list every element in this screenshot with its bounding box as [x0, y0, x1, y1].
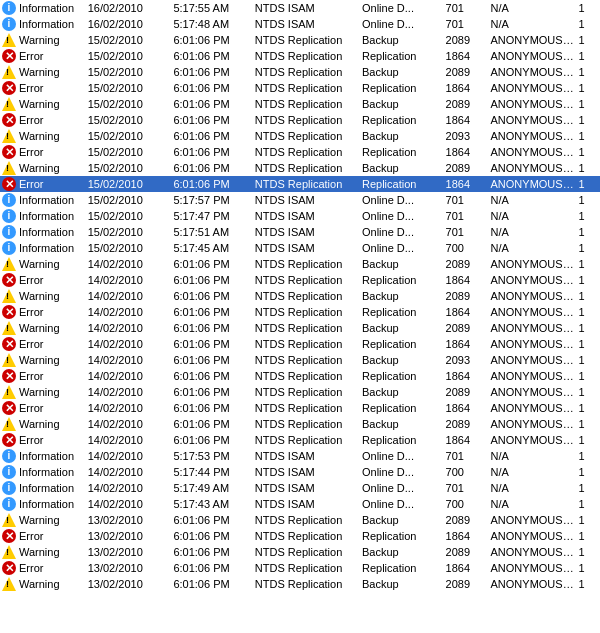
table-row[interactable]: ✕Error14/02/20106:01:06 PMNTDS Replicati…	[0, 400, 600, 416]
user-cell: ANONYMOUS L...	[491, 130, 577, 142]
source-cell: NTDS ISAM	[255, 482, 315, 494]
date-cell: 14/02/2010	[88, 482, 143, 494]
type-label: Warning	[19, 258, 60, 270]
date-cell: 14/02/2010	[88, 370, 143, 382]
table-row[interactable]: ✕Error14/02/20106:01:06 PMNTDS Replicati…	[0, 368, 600, 384]
warning-icon	[2, 545, 16, 559]
event-log-table[interactable]: iInformation16/02/20105:17:55 AMNTDS ISA…	[0, 0, 600, 633]
table-row[interactable]: Warning14/02/20106:01:06 PMNTDS Replicat…	[0, 352, 600, 368]
table-row[interactable]: Warning14/02/20106:01:06 PMNTDS Replicat…	[0, 416, 600, 432]
category-cell: Backup	[362, 98, 399, 110]
table-row[interactable]: Warning14/02/20106:01:06 PMNTDS Replicat…	[0, 256, 600, 272]
table-row[interactable]: ✕Error15/02/20106:01:06 PMNTDS Replicati…	[0, 144, 600, 160]
event-cell: 2089	[446, 34, 470, 46]
table-row[interactable]: iInformation15/02/20105:17:45 AMNTDS ISA…	[0, 240, 600, 256]
category-cell: Online D...	[362, 210, 414, 222]
table-row[interactable]: Warning15/02/20106:01:06 PMNTDS Replicat…	[0, 96, 600, 112]
table-row[interactable]: Warning15/02/20106:01:06 PMNTDS Replicat…	[0, 128, 600, 144]
num-cell: 1	[578, 482, 584, 494]
table-row[interactable]: iInformation15/02/20105:17:57 PMNTDS ISA…	[0, 192, 600, 208]
type-label: Error	[19, 82, 43, 94]
date-cell: 14/02/2010	[88, 434, 143, 446]
source-cell: NTDS Replication	[255, 530, 342, 542]
num-cell: 1	[578, 50, 584, 62]
table-row[interactable]: ✕Error14/02/20106:01:06 PMNTDS Replicati…	[0, 272, 600, 288]
type-label: Information	[19, 482, 74, 494]
table-row[interactable]: iInformation15/02/20105:17:51 AMNTDS ISA…	[0, 224, 600, 240]
warning-icon	[2, 65, 16, 79]
table-row[interactable]: ✕Error13/02/20106:01:06 PMNTDS Replicati…	[0, 560, 600, 576]
table-row[interactable]: ✕Error13/02/20106:01:06 PMNTDS Replicati…	[0, 528, 600, 544]
time-cell: 5:17:48 AM	[173, 18, 229, 30]
table-row[interactable]: iInformation16/02/20105:17:55 AMNTDS ISA…	[0, 0, 600, 16]
category-cell: Replication	[362, 178, 416, 190]
source-cell: NTDS Replication	[255, 386, 342, 398]
table-row[interactable]: iInformation14/02/20105:17:43 AMNTDS ISA…	[0, 496, 600, 512]
event-cell: 700	[446, 466, 464, 478]
user-cell: N/A	[491, 242, 509, 254]
table-row[interactable]: ✕Error15/02/20106:01:06 PMNTDS Replicati…	[0, 176, 600, 192]
time-cell: 6:01:06 PM	[173, 34, 229, 46]
table-row[interactable]: Warning14/02/20106:01:06 PMNTDS Replicat…	[0, 384, 600, 400]
source-cell: NTDS Replication	[255, 514, 342, 526]
table-row[interactable]: Warning13/02/20106:01:06 PMNTDS Replicat…	[0, 512, 600, 528]
table-row[interactable]: Warning14/02/20106:01:06 PMNTDS Replicat…	[0, 288, 600, 304]
event-cell: 1864	[446, 562, 470, 574]
info-icon: i	[2, 481, 16, 495]
event-cell: 1864	[446, 114, 470, 126]
type-label: Warning	[19, 162, 60, 174]
category-cell: Backup	[362, 130, 399, 142]
event-cell: 701	[446, 194, 464, 206]
date-cell: 14/02/2010	[88, 290, 143, 302]
table-row[interactable]: Warning15/02/20106:01:06 PMNTDS Replicat…	[0, 160, 600, 176]
time-cell: 6:01:06 PM	[173, 50, 229, 62]
table-row[interactable]: ✕Error14/02/20106:01:06 PMNTDS Replicati…	[0, 432, 600, 448]
info-icon: i	[2, 1, 16, 15]
user-cell: ANONYMOUS L...	[491, 370, 577, 382]
table-row[interactable]: ✕Error15/02/20106:01:06 PMNTDS Replicati…	[0, 112, 600, 128]
source-cell: NTDS Replication	[255, 130, 342, 142]
user-cell: N/A	[491, 18, 509, 30]
date-cell: 15/02/2010	[88, 210, 143, 222]
type-label: Information	[19, 498, 74, 510]
num-cell: 1	[578, 306, 584, 318]
time-cell: 6:01:06 PM	[173, 146, 229, 158]
error-icon: ✕	[2, 433, 16, 447]
num-cell: 1	[578, 370, 584, 382]
time-cell: 5:17:43 AM	[173, 498, 229, 510]
table-row[interactable]: Warning13/02/20106:01:06 PMNTDS Replicat…	[0, 576, 600, 592]
table-row[interactable]: iInformation14/02/20105:17:44 PMNTDS ISA…	[0, 464, 600, 480]
num-cell: 1	[578, 450, 584, 462]
table-row[interactable]: iInformation14/02/20105:17:49 AMNTDS ISA…	[0, 480, 600, 496]
type-label: Warning	[19, 546, 60, 558]
table-row[interactable]: ✕Error15/02/20106:01:06 PMNTDS Replicati…	[0, 48, 600, 64]
time-cell: 5:17:49 AM	[173, 482, 229, 494]
source-cell: NTDS Replication	[255, 274, 342, 286]
table-row[interactable]: iInformation16/02/20105:17:48 AMNTDS ISA…	[0, 16, 600, 32]
table-row[interactable]: ✕Error14/02/20106:01:06 PMNTDS Replicati…	[0, 336, 600, 352]
date-cell: 13/02/2010	[88, 562, 143, 574]
user-cell: ANONYMOUS L...	[491, 354, 577, 366]
table-row[interactable]: Warning14/02/20106:01:06 PMNTDS Replicat…	[0, 320, 600, 336]
category-cell: Online D...	[362, 482, 414, 494]
table-row[interactable]: ✕Error14/02/20106:01:06 PMNTDS Replicati…	[0, 304, 600, 320]
table-row[interactable]: iInformation15/02/20105:17:47 PMNTDS ISA…	[0, 208, 600, 224]
date-cell: 14/02/2010	[88, 418, 143, 430]
table-row[interactable]: Warning15/02/20106:01:06 PMNTDS Replicat…	[0, 32, 600, 48]
table-row[interactable]: Warning15/02/20106:01:06 PMNTDS Replicat…	[0, 64, 600, 80]
num-cell: 1	[578, 2, 584, 14]
source-cell: NTDS ISAM	[255, 226, 315, 238]
category-cell: Online D...	[362, 194, 414, 206]
type-label: Information	[19, 450, 74, 462]
event-cell: 1864	[446, 82, 470, 94]
date-cell: 15/02/2010	[88, 50, 143, 62]
user-cell: ANONYMOUS L...	[491, 322, 577, 334]
table-row[interactable]: iInformation14/02/20105:17:53 PMNTDS ISA…	[0, 448, 600, 464]
type-label: Information	[19, 2, 74, 14]
category-cell: Replication	[362, 370, 416, 382]
type-label: Warning	[19, 386, 60, 398]
table-row[interactable]: Warning13/02/20106:01:06 PMNTDS Replicat…	[0, 544, 600, 560]
table-row[interactable]: ✕Error15/02/20106:01:06 PMNTDS Replicati…	[0, 80, 600, 96]
num-cell: 1	[578, 562, 584, 574]
user-cell: ANONYMOUS L...	[491, 514, 577, 526]
